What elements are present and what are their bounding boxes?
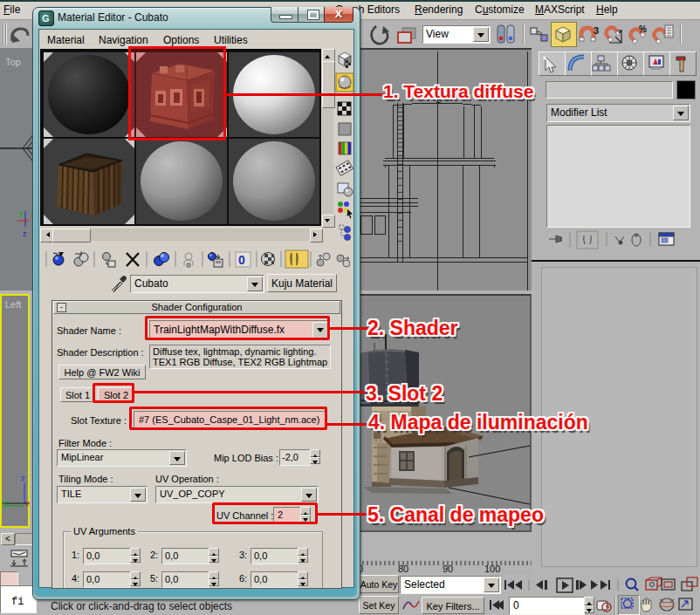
svg-text:100: 100: [484, 564, 500, 574]
svg-text:90: 90: [443, 564, 453, 574]
svg-text:80: 80: [398, 564, 408, 574]
svg-text:x: x: [25, 499, 30, 508]
svg-text:%: %: [639, 24, 647, 34]
svg-text:3: 3: [594, 25, 599, 36]
svg-text:0: 0: [238, 253, 245, 267]
svg-text:z: z: [23, 229, 27, 238]
svg-text:y: y: [19, 208, 24, 217]
svg-text:z: z: [21, 474, 25, 482]
